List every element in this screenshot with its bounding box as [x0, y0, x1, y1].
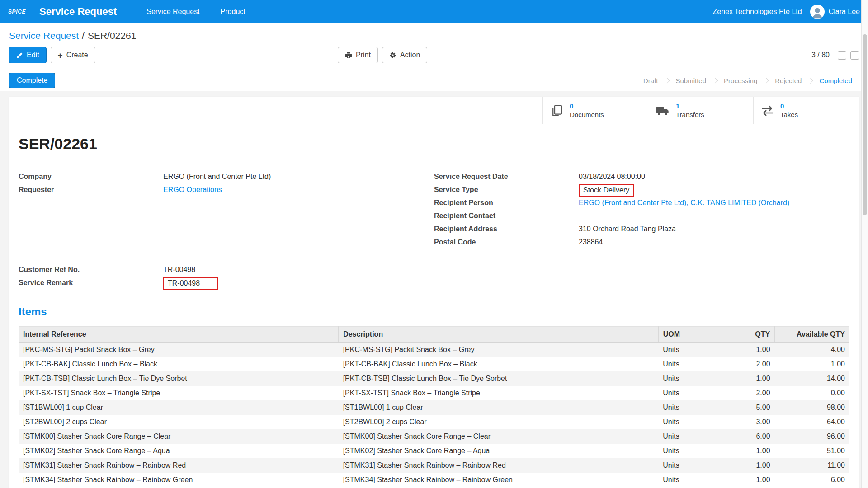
avatar: [810, 5, 825, 19]
cell-uom: Units: [658, 386, 704, 400]
table-row[interactable]: [STMK00] Stasher Snack Core Range – Clea…: [19, 429, 849, 444]
status-stage-rejected[interactable]: Rejected: [768, 77, 808, 84]
status-stage-processing[interactable]: Processing: [717, 77, 764, 84]
table-row[interactable]: [PKC-MS-STG] Packit Snack Box – Grey [PK…: [19, 343, 849, 357]
scrollbar[interactable]: [861, 0, 868, 488]
postal-code-field-label: Postal Code: [434, 238, 579, 246]
postal-code-field-value: 238864: [579, 238, 603, 246]
request-date-field-label: Service Request Date: [434, 173, 579, 181]
cell-qty: 3.00: [704, 415, 774, 429]
recipient-address-field-value: 310 Orchard Road Tang Plaza: [579, 225, 676, 233]
user-menu[interactable]: Clara Lee: [810, 5, 860, 19]
print-button[interactable]: Print: [338, 47, 378, 63]
complete-button[interactable]: Complete: [9, 73, 55, 88]
transfer-arrows-icon: [761, 104, 774, 117]
requester-field-value[interactable]: ERGO Operations: [163, 186, 222, 194]
status-stage-completed[interactable]: Completed: [812, 77, 859, 84]
breadcrumb-link-service-request[interactable]: Service Request: [9, 30, 79, 41]
statusbar: Complete DraftSubmittedProcessingRejecte…: [0, 70, 868, 91]
cell-available-qty: 14.00: [775, 371, 849, 386]
column-header-qty[interactable]: QTY: [704, 327, 774, 343]
left-field-group: Company ERGO (Front and Center Pte Ltd) …: [19, 173, 434, 292]
table-row[interactable]: [ST2BWL00] 2 cups Clear [ST2BWL00] 2 cup…: [19, 415, 849, 429]
form-background: 0 Documents 1 Transfers: [0, 91, 868, 488]
pager-prev-button[interactable]: [838, 51, 846, 60]
service-remark-field-label: Service Remark: [19, 279, 163, 287]
request-date-field-value: 03/18/2024 08:00:00: [579, 173, 645, 181]
cell-qty: 1.00: [704, 458, 774, 473]
cell-internal-reference: [PKT-CB-TSB] Classic Lunch Box – Tie Dye…: [19, 371, 339, 386]
right-field-group: Service Request Date 03/18/2024 08:00:00…: [434, 173, 849, 292]
pager: 3 / 80: [811, 51, 859, 60]
top-menu: Service Request Product: [146, 8, 245, 16]
column-header-internal-reference[interactable]: Internal Reference: [19, 327, 339, 343]
status-stage-draft[interactable]: Draft: [637, 77, 665, 84]
table-row[interactable]: [PKT-SX-TST] Snack Box – Triangle Stripe…: [19, 386, 849, 400]
edit-button[interactable]: Edit: [9, 47, 47, 63]
user-name: Clara Lee: [829, 8, 860, 16]
cell-internal-reference: [STMK02] Stasher Snack Core Range – Aqua: [19, 444, 339, 458]
documents-label: Documents: [570, 111, 604, 119]
table-row[interactable]: [ST1BWL00] 1 cup Clear [ST1BWL00] 1 cup …: [19, 400, 849, 415]
cell-description: [PKT-CB-BAK] Classic Lunch Box – Black: [339, 357, 659, 371]
cell-uom: Units: [658, 458, 704, 473]
cell-uom: Units: [658, 371, 704, 386]
takes-count: 0: [780, 102, 798, 111]
cell-available-qty: 51.00: [775, 444, 849, 458]
column-header-uom[interactable]: UOM: [658, 327, 704, 343]
user-avatar-icon: [811, 5, 824, 19]
service-type-highlight: Stock Delivery: [579, 184, 634, 197]
create-button[interactable]: + Create: [51, 47, 95, 63]
table-header-row: Internal Reference Description UOM QTY A…: [19, 327, 849, 343]
cell-description: [PKT-CB-TSB] Classic Lunch Box – Tie Dye…: [339, 371, 659, 386]
cell-qty: 5.00: [704, 400, 774, 415]
field-grid: Company ERGO (Front and Center Pte Ltd) …: [19, 173, 849, 292]
documents-count: 0: [570, 102, 604, 111]
cell-available-qty: 6.00: [775, 473, 849, 487]
cell-uom: Units: [658, 400, 704, 415]
pencil-icon: [16, 52, 23, 59]
edit-button-label: Edit: [27, 51, 39, 59]
action-button[interactable]: Action: [382, 47, 427, 63]
menu-item-service-request[interactable]: Service Request: [146, 8, 199, 16]
takes-stat-button[interactable]: 0 Takes: [753, 97, 859, 124]
app-logo[interactable]: SPICE: [8, 9, 26, 15]
column-header-available-qty[interactable]: Available QTY: [775, 327, 849, 343]
cell-available-qty: 4.00: [775, 343, 849, 357]
left-button-group: Edit + Create: [9, 47, 95, 63]
table-row[interactable]: [PKT-CB-BAK] Classic Lunch Box – Black […: [19, 357, 849, 371]
cell-internal-reference: [PKC-MS-STG] Packit Snack Box – Grey: [19, 343, 339, 357]
table-row[interactable]: [STMK34] Stasher Snack Rainbow – Rainbow…: [19, 473, 849, 487]
pager-count: 3 / 80: [811, 51, 830, 59]
truck-icon: [656, 103, 670, 118]
gear-icon: [389, 52, 396, 59]
breadcrumb-current: SER/02261: [88, 30, 136, 41]
cell-description: [PKT-SX-TST] Snack Box – Triangle Stripe: [339, 386, 659, 400]
table-row[interactable]: [STMK31] Stasher Snack Rainbow – Rainbow…: [19, 458, 849, 473]
column-header-description[interactable]: Description: [339, 327, 659, 343]
breadcrumb: Service Request/SER/02261: [0, 23, 868, 43]
transfers-stat-button[interactable]: 1 Transfers: [648, 97, 753, 124]
table-row[interactable]: [PKT-CB-TSB] Classic Lunch Box – Tie Dye…: [19, 371, 849, 386]
items-table-body: [PKC-MS-STG] Packit Snack Box – Grey [PK…: [19, 343, 849, 488]
documents-stat-button[interactable]: 0 Documents: [542, 97, 648, 124]
pager-next-button[interactable]: [850, 51, 859, 60]
table-row[interactable]: [STMK02] Stasher Snack Core Range – Aqua…: [19, 444, 849, 458]
cell-internal-reference: [PKT-CB-BAK] Classic Lunch Box – Black: [19, 357, 339, 371]
status-stage-submitted[interactable]: Submitted: [669, 77, 713, 84]
recipient-person-field-value[interactable]: ERGO (Front and Center Pte Ltd), C.K. TA…: [579, 199, 789, 207]
pager-buttons: [838, 51, 859, 60]
cell-qty: 1.00: [704, 343, 774, 357]
menu-item-product[interactable]: Product: [221, 8, 245, 16]
topbar-right: Zenex Technologies Pte Ltd Clara Lee: [712, 5, 860, 19]
service-remark-highlight: TR-00498: [163, 277, 218, 290]
cell-description: [STMK00] Stasher Snack Core Range – Clea…: [339, 429, 659, 444]
scrollbar-thumb[interactable]: [863, 34, 867, 215]
topbar: SPICE Service Request Service Request Pr…: [0, 0, 868, 23]
company-field-value: ERGO (Front and Center Pte Ltd): [163, 173, 271, 181]
cell-description: [PKC-MS-STG] Packit Snack Box – Grey: [339, 343, 659, 357]
cell-available-qty: 96.00: [775, 429, 849, 444]
company-name[interactable]: Zenex Technologies Pte Ltd: [712, 8, 802, 16]
cell-available-qty: 98.00: [775, 400, 849, 415]
items-table: Internal Reference Description UOM QTY A…: [19, 326, 849, 487]
